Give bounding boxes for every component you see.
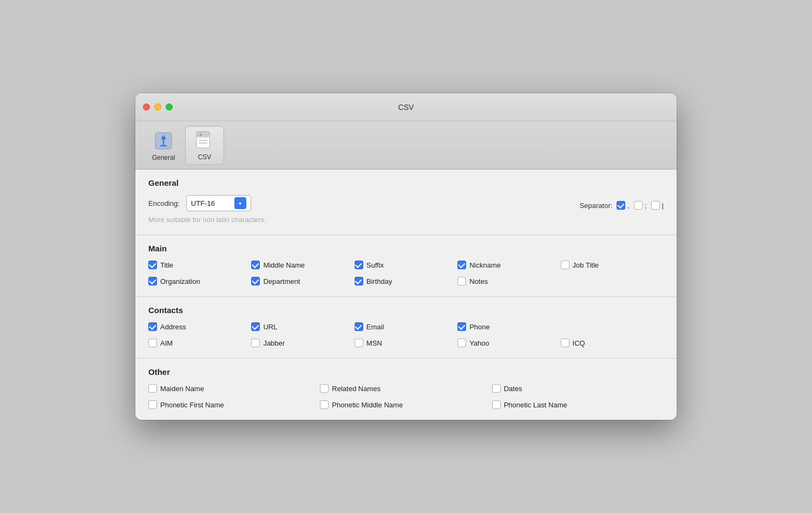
contacts-address-checkbox[interactable] bbox=[148, 322, 157, 331]
main-title-label: Title bbox=[160, 261, 173, 269]
contacts-phone-checkbox[interactable] bbox=[457, 322, 466, 331]
main-title-checkbox[interactable] bbox=[148, 261, 157, 269]
main-birthday-item[interactable]: Birthday bbox=[355, 277, 457, 285]
general-icon bbox=[153, 130, 174, 152]
main-suffix-checkbox[interactable] bbox=[355, 261, 363, 269]
main-department-checkbox[interactable] bbox=[251, 277, 260, 285]
encoding-label: Encoding: bbox=[148, 199, 180, 207]
contacts-section: Contacts Address URL Email Phone bbox=[135, 297, 677, 359]
traffic-lights bbox=[143, 103, 173, 111]
contacts-jabber-checkbox[interactable] bbox=[251, 339, 260, 347]
contacts-aim-label: AIM bbox=[160, 339, 173, 347]
general-section-title: General bbox=[148, 178, 664, 187]
other-related-names-checkbox[interactable] bbox=[320, 384, 329, 393]
contacts-phone-item[interactable]: Phone bbox=[457, 322, 560, 331]
contacts-email-item[interactable]: Email bbox=[355, 322, 457, 331]
other-phonetic-middle-label: Phonetic Middle Name bbox=[332, 401, 403, 409]
contacts-jabber-label: Jabber bbox=[263, 339, 285, 347]
contacts-msn-item[interactable]: MSN bbox=[355, 339, 457, 347]
other-phonetic-middle-checkbox[interactable] bbox=[320, 400, 329, 409]
main-suffix-label: Suffix bbox=[366, 261, 384, 269]
separator-semicolon-label: ; bbox=[645, 202, 647, 210]
contacts-address-label: Address bbox=[160, 323, 186, 331]
other-maiden-name-label: Maiden Name bbox=[160, 385, 204, 393]
main-middle-name-checkbox[interactable] bbox=[251, 261, 260, 269]
contacts-email-checkbox[interactable] bbox=[355, 322, 363, 331]
contacts-yahoo-label: Yahoo bbox=[469, 339, 489, 347]
encoding-value: UTF-16 bbox=[191, 199, 232, 207]
separator-row: Separator: , ; | bbox=[580, 201, 664, 210]
tab-csv[interactable]: ,a, CSV bbox=[185, 126, 224, 165]
main-middle-name-item[interactable]: Middle Name bbox=[251, 261, 354, 269]
other-related-names-item[interactable]: Related Names bbox=[320, 384, 492, 393]
main-title-item[interactable]: Title bbox=[148, 261, 251, 269]
contacts-section-title: Contacts bbox=[148, 306, 664, 315]
separator-comma-checkbox[interactable] bbox=[617, 201, 625, 210]
main-organization-item[interactable]: Organization bbox=[148, 277, 251, 285]
main-suffix-item[interactable]: Suffix bbox=[355, 261, 457, 269]
contacts-msn-checkbox[interactable] bbox=[355, 339, 363, 347]
other-dates-item[interactable]: Dates bbox=[492, 384, 664, 393]
main-job-title-checkbox[interactable] bbox=[561, 261, 569, 269]
app-window: CSV General bbox=[135, 93, 677, 420]
other-dates-checkbox[interactable] bbox=[492, 384, 501, 393]
main-notes-checkbox[interactable] bbox=[457, 277, 466, 285]
contacts-yahoo-checkbox[interactable] bbox=[457, 339, 466, 347]
contacts-url-item[interactable]: URL bbox=[251, 322, 354, 331]
contacts-jabber-item[interactable]: Jabber bbox=[251, 339, 354, 347]
other-phonetic-middle-item[interactable]: Phonetic Middle Name bbox=[320, 400, 492, 409]
tab-csv-label: CSV bbox=[198, 153, 212, 161]
separator-comma: , bbox=[617, 201, 630, 210]
contacts-checkbox-group: Address URL Email Phone AI bbox=[148, 322, 664, 347]
contacts-icq-item[interactable]: ICQ bbox=[561, 339, 664, 347]
other-maiden-name-item[interactable]: Maiden Name bbox=[148, 384, 320, 393]
separator-pipe: | bbox=[651, 201, 664, 210]
other-section: Other Maiden Name Related Names Dates Ph… bbox=[135, 359, 677, 420]
other-phonetic-last-checkbox[interactable] bbox=[492, 400, 501, 409]
other-phonetic-last-item[interactable]: Phonetic Last Name bbox=[492, 400, 664, 409]
close-button[interactable] bbox=[143, 103, 150, 111]
separator-pipe-checkbox[interactable] bbox=[651, 201, 660, 210]
tab-general[interactable]: General bbox=[144, 127, 183, 165]
contacts-msn-label: MSN bbox=[366, 339, 382, 347]
maximize-button[interactable] bbox=[166, 103, 173, 111]
main-notes-item[interactable]: Notes bbox=[457, 277, 560, 285]
other-phonetic-last-label: Phonetic Last Name bbox=[504, 401, 567, 409]
contacts-yahoo-item[interactable]: Yahoo bbox=[457, 339, 560, 347]
contacts-phone-label: Phone bbox=[469, 323, 490, 331]
other-phonetic-first-checkbox[interactable] bbox=[148, 400, 157, 409]
encoding-select[interactable]: UTF-16 ▾ bbox=[186, 195, 251, 211]
other-section-title: Other bbox=[148, 367, 664, 376]
main-birthday-label: Birthday bbox=[366, 277, 392, 285]
separator-semicolon-checkbox[interactable] bbox=[634, 201, 643, 210]
contacts-address-item[interactable]: Address bbox=[148, 322, 251, 331]
contacts-icq-checkbox[interactable] bbox=[561, 339, 569, 347]
main-nickname-item[interactable]: Nickname bbox=[457, 261, 560, 269]
encoding-row: Encoding: UTF-16 ▾ bbox=[148, 195, 251, 211]
encoding-dropdown-arrow: ▾ bbox=[234, 197, 246, 209]
other-related-names-label: Related Names bbox=[332, 385, 381, 393]
main-job-title-item[interactable]: Job Title bbox=[561, 261, 664, 269]
other-phonetic-first-item[interactable]: Phonetic First Name bbox=[148, 400, 320, 409]
main-birthday-checkbox[interactable] bbox=[355, 277, 363, 285]
main-notes-label: Notes bbox=[469, 277, 488, 285]
main-nickname-label: Nickname bbox=[469, 261, 501, 269]
main-department-item[interactable]: Department bbox=[251, 277, 354, 285]
contacts-url-checkbox[interactable] bbox=[251, 322, 260, 331]
contacts-aim-item[interactable]: AIM bbox=[148, 339, 251, 347]
contacts-url-label: URL bbox=[263, 323, 277, 331]
toolbar: General ,a, CSV bbox=[135, 121, 677, 170]
contacts-aim-checkbox[interactable] bbox=[148, 339, 157, 347]
minimize-button[interactable] bbox=[154, 103, 161, 111]
main-organization-checkbox[interactable] bbox=[148, 277, 157, 285]
encoding-hint: More suitable for non latin characters. bbox=[148, 216, 664, 224]
main-job-title-label: Job Title bbox=[573, 261, 599, 269]
main-section: Main Title Middle Name Suffix Nicknam bbox=[135, 235, 677, 297]
main-checkbox-group: Title Middle Name Suffix Nickname Job Ti… bbox=[148, 261, 664, 285]
other-dates-label: Dates bbox=[504, 385, 522, 393]
window-title: CSV bbox=[398, 103, 414, 112]
content-area: General Encoding: UTF-16 ▾ Separator: , bbox=[135, 170, 677, 420]
tab-general-label: General bbox=[152, 154, 175, 161]
other-maiden-name-checkbox[interactable] bbox=[148, 384, 157, 393]
main-nickname-checkbox[interactable] bbox=[457, 261, 466, 269]
